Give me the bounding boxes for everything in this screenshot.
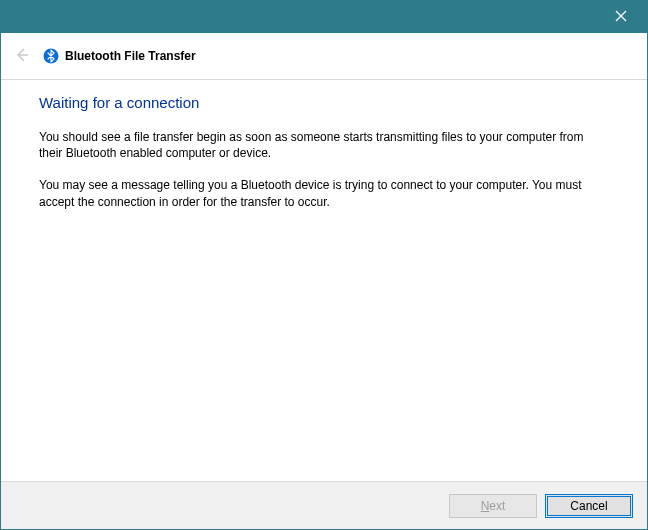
cancel-button[interactable]: Cancel	[545, 494, 633, 518]
bluetooth-icon	[43, 48, 59, 64]
back-button	[13, 46, 31, 67]
back-arrow-icon	[13, 46, 31, 64]
instruction-paragraph-2: You may see a message telling you a Blue…	[39, 177, 599, 209]
titlebar	[1, 1, 647, 33]
close-button[interactable]	[607, 4, 635, 30]
next-label-rest: ext	[489, 499, 505, 513]
next-button: Next	[449, 494, 537, 518]
wizard-window: Bluetooth File Transfer Waiting for a co…	[0, 0, 648, 530]
wizard-header: Bluetooth File Transfer	[1, 33, 647, 80]
page-heading: Waiting for a connection	[39, 94, 609, 111]
instruction-paragraph-1: You should see a file transfer begin as …	[39, 129, 599, 161]
wizard-footer: Next Cancel	[1, 481, 647, 529]
wizard-title: Bluetooth File Transfer	[65, 49, 196, 63]
close-icon	[615, 10, 627, 22]
wizard-content: Waiting for a connection You should see …	[1, 80, 647, 481]
